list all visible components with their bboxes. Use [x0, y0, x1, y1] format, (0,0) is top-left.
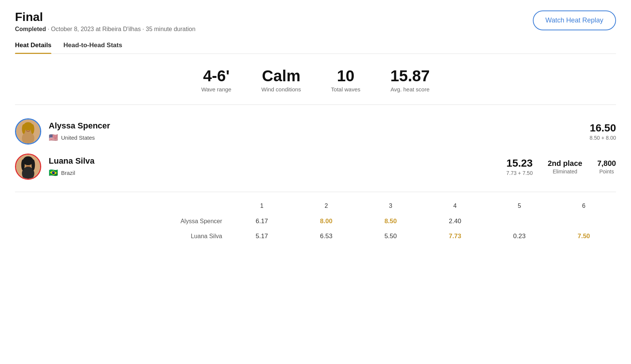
- place-label-luana: 2nd place: [548, 159, 582, 168]
- tabs-nav: Heat Details Head-to-Head Stats: [15, 42, 616, 54]
- total-waves-label: Total waves: [331, 86, 360, 92]
- stat-total-waves: 10 Total waves: [331, 67, 360, 92]
- page-header: Final Completed · October 8, 2023 at Rib…: [15, 10, 616, 33]
- wave-score-luana-2: 6.53: [294, 229, 359, 244]
- stat-wave-range: 4-6' Wave range: [201, 67, 231, 92]
- score-value-luana: 15.23: [506, 157, 532, 169]
- page-title: Final: [15, 10, 196, 24]
- wave-score-alyssa-4: 2.40: [423, 214, 487, 229]
- score-breakdown-luana: 7.73 + 7.50: [506, 170, 532, 176]
- main-score-alyssa: 16.50 8.50 + 8.00: [590, 122, 616, 141]
- score-area-alyssa: 16.50 8.50 + 8.00: [590, 122, 616, 141]
- eliminated-label-luana: Eliminated: [548, 169, 582, 175]
- avatar-alyssa: [15, 118, 41, 145]
- athletes-section: Alyssa Spencer 🇺🇸 United States 16.50 8.…: [15, 105, 616, 192]
- score-breakdown-alyssa: 8.50 + 8.00: [590, 135, 616, 141]
- watch-replay-button[interactable]: Watch Heat Replay: [533, 10, 616, 30]
- svg-point-4: [22, 124, 25, 134]
- col-header-1: 1: [230, 203, 294, 214]
- wave-score-luana-4: 7.73: [423, 229, 487, 244]
- tab-heat-details[interactable]: Heat Details: [15, 42, 51, 54]
- svg-point-5: [31, 124, 34, 134]
- svg-point-11: [31, 160, 35, 170]
- header-left: Final Completed · October 8, 2023 at Rib…: [15, 10, 196, 33]
- svg-point-10: [21, 160, 25, 170]
- stat-avg-score: 15.87 Avg. heat score: [390, 67, 430, 92]
- avatar-luana: [15, 154, 41, 180]
- avg-score-label: Avg. heat score: [390, 86, 430, 92]
- wave-score-luana-6: 7.50: [552, 229, 616, 244]
- wave-score-luana-3: 5.50: [359, 229, 423, 244]
- country-row-alyssa: 🇺🇸 United States: [49, 133, 590, 142]
- tab-head-to-head[interactable]: Head-to-Head Stats: [63, 42, 122, 54]
- subtitle-details: · October 8, 2023 at Ribeira D'ilhas · 3…: [48, 26, 195, 32]
- avg-score-value: 15.87: [390, 67, 430, 85]
- athlete-row-luana: Luana Silva 🇧🇷 Brazil 15.23 7.73 + 7.50 …: [15, 149, 616, 184]
- country-alyssa: United States: [61, 134, 95, 141]
- col-header-6: 6: [552, 203, 616, 214]
- wave-row-name-luana: Luana Silva: [15, 229, 230, 244]
- score-value-alyssa: 16.50: [590, 122, 616, 134]
- flag-alyssa: 🇺🇸: [49, 133, 58, 142]
- wave-score-alyssa-6: [552, 214, 616, 229]
- country-luana: Brazil: [61, 170, 75, 176]
- athlete-name-luana: Luana Silva: [49, 156, 506, 166]
- wind-label: Wind conditions: [261, 86, 301, 92]
- wave-score-alyssa-1: 6.17: [230, 214, 294, 229]
- total-waves-value: 10: [331, 67, 360, 85]
- athlete-info-alyssa: Alyssa Spencer 🇺🇸 United States: [49, 121, 590, 142]
- wave-table-header-row: 1 2 3 4 5 6: [15, 203, 616, 214]
- col-header-2: 2: [294, 203, 359, 214]
- athlete-name-alyssa: Alyssa Spencer: [49, 121, 590, 131]
- wave-score-alyssa-3: 8.50: [359, 214, 423, 229]
- wave-range-label: Wave range: [201, 86, 231, 92]
- wave-score-alyssa-2: 8.00: [294, 214, 359, 229]
- wave-score-alyssa-5: [487, 214, 552, 229]
- country-row-luana: 🇧🇷 Brazil: [49, 168, 506, 177]
- wave-table-section: 1 2 3 4 5 6 Alyssa Spencer 6.17 8.00 8.5…: [15, 192, 616, 244]
- wave-range-value: 4-6': [201, 67, 231, 85]
- athlete-info-luana: Luana Silva 🇧🇷 Brazil: [49, 156, 506, 177]
- place-info-luana: 2nd place Eliminated: [548, 159, 582, 175]
- wind-value: Calm: [261, 67, 301, 85]
- status-label: Completed: [15, 26, 46, 32]
- main-score-luana: 15.23 7.73 + 7.50: [506, 157, 532, 176]
- col-header-5: 5: [487, 203, 552, 214]
- col-header-4: 4: [423, 203, 487, 214]
- stat-wind: Calm Wind conditions: [261, 67, 301, 92]
- stats-row: 4-6' Wave range Calm Wind conditions 10 …: [15, 54, 616, 105]
- wave-row-luana: Luana Silva 5.17 6.53 5.50 7.73 0.23 7.5…: [15, 229, 616, 244]
- wave-score-luana-5: 0.23: [487, 229, 552, 244]
- athlete-row-alyssa: Alyssa Spencer 🇺🇸 United States 16.50 8.…: [15, 114, 616, 149]
- points-value-luana: 7,800: [597, 159, 616, 168]
- col-header-3: 3: [359, 203, 423, 214]
- col-header-name: [15, 203, 230, 214]
- points-label-luana: Points: [597, 169, 616, 175]
- wave-score-luana-1: 5.17: [230, 229, 294, 244]
- wave-row-alyssa: Alyssa Spencer 6.17 8.00 8.50 2.40: [15, 214, 616, 229]
- points-info-luana: 7,800 Points: [597, 159, 616, 175]
- subtitle: Completed · October 8, 2023 at Ribeira D…: [15, 26, 196, 33]
- flag-luana: 🇧🇷: [49, 168, 58, 177]
- score-area-luana: 15.23 7.73 + 7.50 2nd place Eliminated 7…: [506, 157, 616, 176]
- wave-scores-table: 1 2 3 4 5 6 Alyssa Spencer 6.17 8.00 8.5…: [15, 203, 616, 244]
- wave-row-name-alyssa: Alyssa Spencer: [15, 214, 230, 229]
